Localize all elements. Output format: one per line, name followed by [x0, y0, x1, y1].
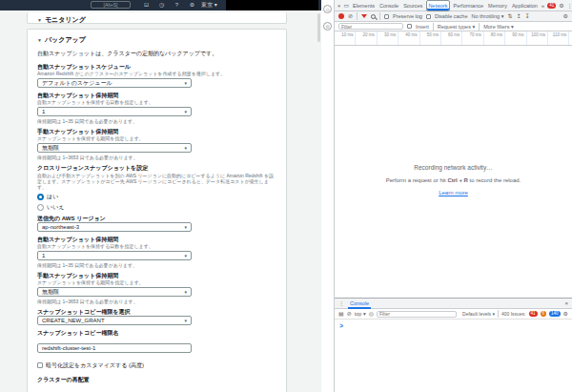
ctrl-r-shortcut: Ctrl + R	[447, 177, 468, 183]
console-error-badge[interactable]: 41	[529, 311, 538, 317]
snapshot-schedule-select[interactable]: デフォルトのスケジュール▾	[37, 78, 192, 88]
field-help: Amazon Redshift がこのクラスターのスナップショットを作成する頻度…	[37, 71, 276, 76]
error-count-badge[interactable]: 41	[547, 3, 556, 9]
devtools-kebab-menu-icon[interactable]: ⋮	[567, 0, 572, 11]
auto-retention-select-2[interactable]: 1▾	[37, 251, 192, 260]
preserve-log-checkbox[interactable]	[384, 14, 389, 19]
field-help: スナップショットを保持する期間を指定します。	[37, 135, 276, 141]
aws-console-pane: [Alt+S] ⊡ ◷ ? ⚙ 東京 ▾ ▼ モニタリング ▼ バックアップ	[0, 0, 321, 392]
clear-console-icon[interactable]: ⊘	[347, 308, 352, 320]
divider	[357, 12, 358, 20]
tab-memory[interactable]: Memory	[487, 0, 508, 11]
chevron-down-icon: ▾	[511, 24, 514, 30]
copy-grant-name-input[interactable]	[37, 343, 192, 353]
field-manual-retention-2: 手動スナップショット保持期間 スナップショットを保持する期間を指定します。 無期…	[37, 272, 276, 304]
field-label: クロスリージョンスナップショットを設定	[37, 164, 276, 172]
tab-elements[interactable]: Elements	[352, 0, 376, 11]
more-tabs-icon[interactable]: »	[541, 0, 544, 11]
account-menu-redacted[interactable]	[226, 0, 318, 10]
issues-count-label[interactable]: 400 Issues:	[501, 311, 526, 317]
search-network-icon[interactable]	[371, 14, 376, 19]
side-info-icon[interactable]: ⊙	[323, 5, 332, 13]
network-empty-state: Recording network activity… Perform a re…	[335, 164, 572, 196]
side-gear-icon[interactable]: ⚙	[323, 22, 332, 31]
record-network-icon[interactable]	[338, 13, 344, 19]
settings-gear-icon[interactable]: ⚙	[188, 1, 196, 10]
field-hint: 保持期間は 1~3653 日である必要があります。	[37, 299, 276, 304]
tab-performance[interactable]: Performance	[453, 0, 485, 11]
manual-retention-select-2[interactable]: 無期限▾	[37, 287, 192, 297]
timeline-tick: 40 ms	[398, 31, 419, 45]
monitoring-section: ▼ モニタリング	[27, 12, 287, 24]
timeline-tick: 60 ms	[441, 31, 462, 45]
field-label: 手動スナップショット保持期間	[37, 272, 276, 279]
field-snapshot-schedule: 自動スナップショットスケジュール Amazon Redshift がこのクラスタ…	[37, 63, 276, 88]
inspect-element-icon[interactable]: ⌖	[337, 0, 340, 11]
divider	[379, 12, 380, 20]
tab-sources[interactable]: Sources	[402, 0, 423, 11]
field-label: 手動スナップショット保持期間	[37, 128, 276, 135]
field-copy-grant: スナップショットコピー権限を選択 CREATE_NEW_GRANT▾	[37, 308, 276, 325]
more-filters-dropdown[interactable]: More filters ▾	[483, 24, 514, 30]
monitoring-section-header[interactable]: ▼ モニタリング	[37, 15, 276, 24]
tab-network[interactable]: Network	[426, 0, 449, 11]
cross-region-radio-no[interactable]: いいえ	[37, 203, 276, 211]
region-selector[interactable]: 東京 ▾	[201, 2, 217, 9]
timeline-tick: 50 ms	[420, 31, 441, 45]
auto-retention-select-1[interactable]: 1▾	[37, 107, 192, 116]
disable-cache-checkbox[interactable]	[426, 14, 431, 19]
copy-grant-select[interactable]: CREATE_NEW_GRANT▾	[37, 316, 192, 325]
manual-retention-select-1[interactable]: 無期限▾	[37, 143, 192, 153]
live-expression-eye-icon[interactable]: ◎	[369, 308, 374, 320]
chevron-down-icon: ▾	[501, 13, 504, 19]
field-copy-grant-name: スナップショットコピー権限名	[37, 329, 276, 354]
help-icon[interactable]: ?	[173, 1, 181, 10]
devtools-settings-gear-icon[interactable]: ⚙	[559, 0, 563, 11]
backup-section-header[interactable]: ▼ バックアップ	[37, 35, 276, 45]
log-levels-dropdown[interactable]: Default levels ▾	[462, 311, 495, 317]
console-sidebar-icon[interactable]: ▤	[338, 308, 344, 320]
network-filter-input[interactable]	[338, 23, 403, 30]
destination-region-select[interactable]: ap-northeast-3▾	[37, 222, 192, 232]
timeline-tick: 100 ms	[527, 31, 548, 45]
throttling-select[interactable]: No throttling ▾	[471, 13, 503, 19]
tab-application[interactable]: Application	[511, 0, 539, 11]
clear-network-icon[interactable]: ⊘	[348, 10, 353, 22]
console-context-select[interactable]: top ▾	[355, 311, 366, 317]
console-drawer: ⋮ Console × ▤ ⊘ top ▾ ◎ Default levels ▾…	[335, 298, 572, 392]
invert-checkbox[interactable]	[407, 24, 412, 29]
notifications-bell-icon[interactable]: ◷	[157, 1, 166, 10]
import-har-icon[interactable]: ↥	[516, 10, 521, 22]
console-filter-input[interactable]	[377, 311, 457, 318]
radio-selected-icon	[37, 194, 44, 200]
network-settings-gear-icon[interactable]: ⚙	[563, 10, 568, 22]
chevron-down-icon: ▾	[214, 2, 217, 8]
device-toolbar-icon[interactable]: ▭	[343, 0, 349, 11]
cross-region-radio-yes[interactable]: はい	[37, 193, 276, 200]
drawer-tab-console[interactable]: Console	[348, 299, 371, 309]
learn-more-link[interactable]: Learn more	[439, 190, 468, 196]
search-input[interactable]: [Alt+S]	[91, 1, 131, 9]
request-types-dropdown[interactable]: Request types ▾	[438, 24, 475, 30]
export-har-icon[interactable]: ↧	[524, 10, 529, 22]
console-info-badge[interactable]: 140	[549, 311, 561, 317]
devtools-panel: ⌖ ▭ Elements Console Sources Network Per…	[334, 0, 572, 392]
network-toolbar: ⊘ Preserve log Disable cache No throttli…	[335, 11, 572, 22]
divider	[498, 310, 499, 318]
network-timeline-ruler[interactable]: 10 ms 20 ms 30 ms 40 ms 50 ms 60 ms 70 m…	[335, 31, 572, 46]
aws-scrollbar-thumb[interactable]	[317, 13, 320, 42]
tab-console[interactable]: Console	[378, 0, 399, 11]
console-settings-gear-icon[interactable]: ⚙	[563, 308, 568, 320]
console-prompt[interactable]: >	[335, 320, 572, 329]
console-warning-badge[interactable]: 6	[541, 311, 547, 317]
field-destination-region: 送信先の AWS リージョン ap-northeast-3▾	[37, 215, 276, 232]
encryption-customize-checkbox[interactable]: 暗号化設定をカスタマイズする (高度)	[37, 361, 276, 369]
cloudshell-icon[interactable]: ⊡	[142, 1, 151, 10]
filter-funnel-icon[interactable]	[361, 14, 367, 18]
console-toolbar: ▤ ⊘ top ▾ ◎ Default levels ▾ 400 Issues:…	[335, 309, 572, 320]
recording-activity-text: Recording network activity…	[335, 164, 572, 171]
screen: [Alt+S] ⊡ ◷ ? ⚙ 東京 ▾ ▼ モニタリング ▼ バックアップ	[0, 0, 572, 392]
field-label: 自動スナップショット保持期間	[37, 236, 276, 243]
network-conditions-icon[interactable]: ⇅	[507, 10, 512, 22]
chevron-down-icon: ▾	[184, 289, 187, 295]
